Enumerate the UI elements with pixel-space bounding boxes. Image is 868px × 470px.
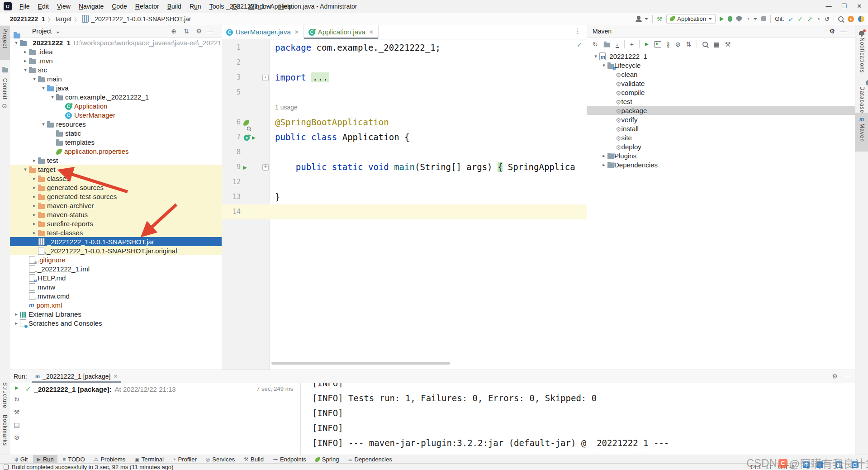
build-hammer-icon[interactable]: ⚒ xyxy=(657,16,663,22)
tree-chevron-icon[interactable]: ▾ xyxy=(22,67,29,73)
git-update-icon[interactable]: ↙ xyxy=(788,16,794,22)
run-tab-close-icon[interactable]: ✕ xyxy=(113,373,118,380)
tab-close-icon[interactable]: ✕ xyxy=(369,29,374,35)
tree-item[interactable]: ▾_20221222_1D:\workspace\workspace_javae… xyxy=(10,38,222,47)
tree-chevron-icon[interactable]: ▸ xyxy=(22,49,29,55)
commit-icon[interactable]: ⊙ xyxy=(2,103,7,109)
soft-wrap-icon[interactable]: ▤ xyxy=(14,422,19,428)
tree-chevron-icon[interactable]: ▸ xyxy=(13,311,20,317)
menu-item-edit[interactable]: Edit xyxy=(34,0,53,13)
menu-item-code[interactable]: Code xyxy=(108,0,131,13)
tree-item[interactable]: ?_20221222_1-0.0.1-SNAPSHOT.jar.original xyxy=(10,246,222,255)
caret-position[interactable]: 14:1 xyxy=(750,464,761,470)
maven-skip-tests-icon[interactable]: ⊘ xyxy=(675,41,681,47)
clear-output-icon[interactable]: ⊘ xyxy=(14,434,19,441)
usages-hint[interactable]: 1 usage xyxy=(275,100,298,115)
tree-chevron-icon[interactable]: ▾ xyxy=(592,53,599,59)
tree-chevron-icon[interactable]: ▸ xyxy=(31,185,38,190)
menu-item-view[interactable]: View xyxy=(53,0,75,13)
tree-item[interactable]: ▸test xyxy=(10,156,222,165)
toolwindow-button-run[interactable]: ▶Run xyxy=(33,455,57,464)
code-line[interactable]: 1package com.example._20221222_1; xyxy=(222,40,587,55)
editor-options-kebab-icon[interactable]: ⋮ xyxy=(574,27,581,35)
breadcrumb-item[interactable]: _20221222_1-0.0.1-SNAPSHOT.jar xyxy=(91,15,191,23)
code-line[interactable]: 6@SpringBootApplication xyxy=(222,115,587,130)
tree-item[interactable]: ▾target xyxy=(10,165,222,174)
profiler-button[interactable]: ◔ xyxy=(746,16,749,22)
maven-tree-item[interactable]: ⚙verify xyxy=(587,115,855,124)
git-push-icon[interactable]: ↗ xyxy=(807,16,812,22)
toolwindow-button-profiler[interactable]: ◔Profiler xyxy=(169,455,200,464)
project-panel-title[interactable]: Project xyxy=(32,28,52,35)
maven-execute-icon[interactable] xyxy=(654,41,661,47)
tree-item[interactable]: ▸Scratches and Consoles xyxy=(10,318,222,328)
tree-item[interactable]: CApplication xyxy=(10,101,222,110)
run-history-icon[interactable]: ↻ xyxy=(14,396,19,403)
maximize-button[interactable]: ❐ xyxy=(836,0,852,13)
stripe-tab-commit[interactable]: Commit xyxy=(2,78,8,100)
tab-close-icon[interactable]: ✕ xyxy=(294,29,299,35)
tree-item[interactable]: ▸classes xyxy=(10,174,222,183)
stripe-tab-database[interactable]: Database xyxy=(859,86,865,113)
tree-item[interactable]: ▸External Libraries xyxy=(10,309,222,318)
file-encoding[interactable]: UTF-8 xyxy=(778,464,795,470)
tree-item[interactable]: ▸maven-archiver xyxy=(10,201,222,210)
tree-item[interactable]: ▾src xyxy=(10,65,222,74)
gutter-icons[interactable] xyxy=(243,160,247,175)
history-icon[interactable]: ◔ xyxy=(816,16,820,22)
search-everywhere-icon[interactable] xyxy=(838,16,844,22)
editor-tab-application-java[interactable]: CApplication.java✕ xyxy=(304,25,379,39)
run-tab[interactable]: m _20221222_1 [package] ✕ xyxy=(32,370,121,383)
run-wrench-icon[interactable]: ⚒ xyxy=(14,409,20,415)
git-commit-icon[interactable]: ✓ xyxy=(797,16,803,22)
tree-item[interactable]: _20221222_1-0.0.1-SNAPSHOT.jar xyxy=(10,237,222,246)
fold-icon[interactable]: + xyxy=(262,164,269,171)
stripe-tab-structure[interactable]: Structure xyxy=(2,382,8,408)
code-line[interactable]: 12 xyxy=(222,175,587,190)
maven-tree-item[interactable]: ⚙validate xyxy=(587,79,855,88)
maven-tree-item[interactable]: ⚙package xyxy=(587,106,855,115)
toolwindow-button-dependencies[interactable]: ≣Dependencies xyxy=(344,455,395,464)
project-settings-icon[interactable]: ⚙ xyxy=(196,25,202,38)
tree-item[interactable]: templates xyxy=(10,138,222,147)
tree-chevron-icon[interactable]: ▾ xyxy=(22,166,29,172)
code-editor[interactable]: 1package com.example._20221222_1;23+impo… xyxy=(222,40,587,219)
maven-tree-item[interactable]: ▾⚙Lifecycle xyxy=(587,61,855,70)
tree-item[interactable]: ▸.idea xyxy=(10,47,222,56)
maven-profiles-icon[interactable]: ∦ xyxy=(667,41,670,47)
maven-run-icon[interactable] xyxy=(645,43,649,46)
maven-wrench-icon[interactable]: ⚒ xyxy=(725,41,731,47)
toolwindow-button-endpoints[interactable]: ⊶Endpoints xyxy=(269,455,310,464)
tree-chevron-icon[interactable]: ▸ xyxy=(600,162,607,168)
run-result-row[interactable]: ✓ _20221222_1 [package]: At 2022/12/22 2… xyxy=(25,384,176,394)
run-hide-icon[interactable]: — xyxy=(844,373,850,380)
maven-tree-item[interactable]: ▾m_20221222_1 xyxy=(587,52,855,61)
code-line[interactable]: 14 xyxy=(222,204,587,219)
notifications-icon[interactable] xyxy=(859,31,864,35)
tree-item[interactable]: ▾com.example._20221222_1 xyxy=(10,92,222,101)
tree-chevron-icon[interactable]: ▸ xyxy=(31,221,38,227)
editor-tab-usermanager-java[interactable]: CUserManager.java✕ xyxy=(222,25,304,39)
profiler-chevron-icon[interactable] xyxy=(754,18,757,20)
maven-tree-item[interactable]: ⚙clean xyxy=(587,70,855,79)
code-line[interactable]: 1 usage xyxy=(222,100,587,115)
run-button[interactable] xyxy=(720,17,724,21)
tree-chevron-icon[interactable]: ▾ xyxy=(49,94,56,100)
minimize-button[interactable]: — xyxy=(821,0,836,13)
hide-panel-icon[interactable]: — xyxy=(207,25,213,38)
toolwindow-button-build[interactable]: ⚒Build xyxy=(240,455,267,464)
toolwindow-button-spring[interactable]: Spring xyxy=(312,455,343,464)
menu-item-file[interactable]: File xyxy=(15,0,34,13)
update-available-icon[interactable]: ▲ xyxy=(848,16,854,22)
tree-item[interactable]: ⊘.gitignore xyxy=(10,255,222,264)
code-line[interactable]: 2 xyxy=(222,55,587,70)
menu-item-refactor[interactable]: Refactor xyxy=(131,0,163,13)
maven-collapse-icon[interactable]: ⇅ xyxy=(686,41,692,47)
database-icon[interactable] xyxy=(866,80,868,85)
tree-item[interactable]: ▾resources xyxy=(10,119,222,128)
code-line[interactable]: 9+ public static void main(String[] args… xyxy=(222,160,587,175)
tree-chevron-icon[interactable]: ▾ xyxy=(40,121,47,127)
maven-tree-item[interactable]: ⚙test xyxy=(587,97,855,106)
menu-item-navigate[interactable]: Navigate xyxy=(75,0,108,13)
tree-item[interactable]: ▾java xyxy=(10,83,222,92)
